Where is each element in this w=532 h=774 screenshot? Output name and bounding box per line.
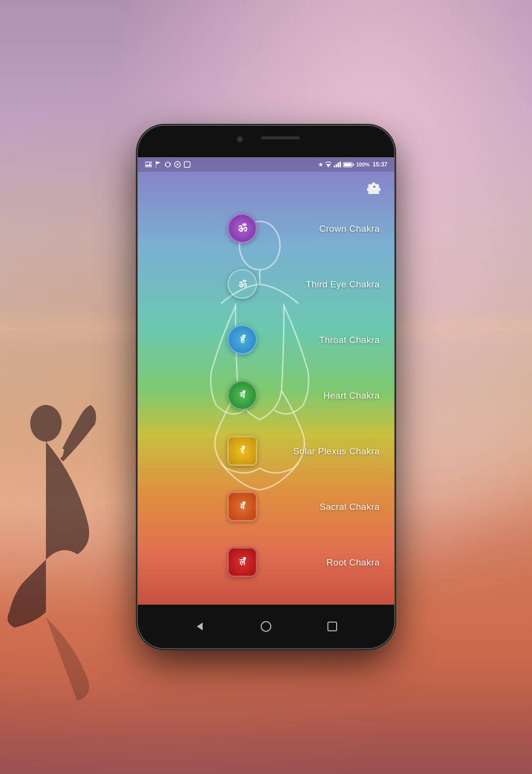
heart-chakra-symbol: यँ xyxy=(240,390,245,401)
sacral-chakra-symbol: वँ xyxy=(240,502,245,512)
svg-rect-10 xyxy=(184,162,190,167)
chakra-row-solar-plexus[interactable]: रँ Solar Plexus Chakra xyxy=(143,433,389,469)
svg-point-25 xyxy=(261,622,271,631)
svg-point-3 xyxy=(149,163,151,164)
app-screen: ★ 100% xyxy=(138,157,394,605)
battery-percentage: 100% xyxy=(356,162,369,167)
square-status-icon xyxy=(183,161,191,168)
sacral-chakra-circle[interactable]: वँ xyxy=(227,491,257,521)
chakra-row-third-eye[interactable]: ॐ Third Eye Chakra xyxy=(143,266,389,302)
solar-plexus-chakra-label: Solar Plexus Chakra xyxy=(293,446,380,457)
chakra-row-throat[interactable]: हँ Throat Chakra xyxy=(143,322,389,358)
throat-chakra-label: Throat Chakra xyxy=(319,335,380,345)
heart-chakra-circle[interactable]: यँ xyxy=(227,380,257,410)
svg-rect-17 xyxy=(374,189,375,191)
third-eye-chakra-label: Third Eye Chakra xyxy=(306,279,380,290)
circle-status-icon xyxy=(174,161,181,168)
svg-rect-1 xyxy=(145,162,152,167)
crown-chakra-symbol: ॐ xyxy=(238,222,247,235)
root-chakra-label: Root Chakra xyxy=(326,557,380,568)
speaker-grille xyxy=(261,136,300,139)
crown-chakra-label: Crown Chakra xyxy=(319,223,380,234)
svg-point-0 xyxy=(30,405,62,442)
svg-point-9 xyxy=(177,164,178,165)
solar-plexus-chakra-symbol: रँ xyxy=(240,446,244,456)
phone-frame: ★ 100% xyxy=(138,126,394,648)
root-chakra-symbol: लँ xyxy=(239,557,245,567)
third-eye-chakra-circle[interactable]: ॐ xyxy=(227,269,257,299)
root-chakra-circle[interactable]: लँ xyxy=(227,547,257,577)
recent-apps-button[interactable] xyxy=(324,618,341,635)
flag-status-icon xyxy=(154,161,162,168)
phone-nav-bar xyxy=(138,605,394,648)
svg-marker-2 xyxy=(145,164,152,166)
front-camera xyxy=(237,136,243,142)
chakra-list: ॐ Crown Chakra ॐ Third Eye Chakra हँ xyxy=(138,191,394,605)
back-button[interactable] xyxy=(191,618,208,635)
crown-chakra-circle[interactable]: ॐ xyxy=(227,213,257,243)
solar-plexus-chakra-circle[interactable]: रँ xyxy=(227,436,257,466)
chakra-row-sacral[interactable]: वँ Sacral Chakra xyxy=(143,489,389,525)
chakra-row-heart[interactable]: यँ Heart Chakra xyxy=(143,377,389,414)
signal-icon xyxy=(334,162,341,167)
star-icon: ★ xyxy=(318,162,323,168)
status-icons-right: ★ 100% xyxy=(318,161,387,168)
status-bar: ★ 100% xyxy=(138,157,394,172)
sacral-chakra-label: Sacral Chakra xyxy=(320,502,380,512)
third-eye-chakra-symbol: ॐ xyxy=(238,279,247,290)
wifi-icon xyxy=(325,161,332,168)
svg-marker-5 xyxy=(156,161,161,164)
photo-status-icon xyxy=(145,161,152,168)
svg-point-13 xyxy=(373,186,376,188)
battery-icon xyxy=(343,162,354,167)
settings-button[interactable] xyxy=(364,177,384,197)
home-button[interactable] xyxy=(257,618,275,635)
throat-chakra-symbol: हँ xyxy=(240,335,245,345)
svg-rect-26 xyxy=(328,622,337,631)
chakra-row-crown[interactable]: ॐ Crown Chakra xyxy=(143,210,389,247)
sync-status-icon xyxy=(164,161,172,168)
clock: 15:37 xyxy=(372,161,387,168)
heart-chakra-label: Heart Chakra xyxy=(323,390,380,401)
yoga-silhouette xyxy=(0,392,106,706)
throat-chakra-circle[interactable]: हँ xyxy=(227,325,257,355)
phone-top xyxy=(138,126,394,157)
svg-marker-11 xyxy=(326,164,331,167)
svg-marker-24 xyxy=(197,623,203,630)
gear-icon xyxy=(367,179,382,194)
chakra-row-root[interactable]: लँ Root Chakra xyxy=(143,544,389,580)
status-icons-left xyxy=(145,161,191,168)
